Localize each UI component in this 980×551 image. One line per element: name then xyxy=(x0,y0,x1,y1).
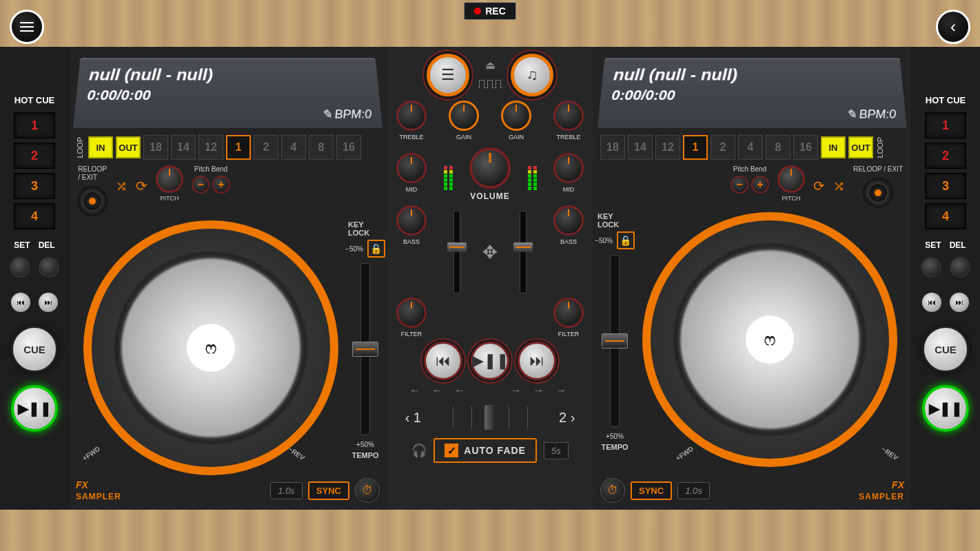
hotcue-1-r[interactable]: 1 xyxy=(925,112,966,138)
reloop-button-b[interactable] xyxy=(863,178,893,208)
hotcue-3[interactable]: 3 xyxy=(14,173,55,199)
cue-button-right[interactable]: CUE xyxy=(922,326,969,373)
eject-icon[interactable]: ⏏ xyxy=(485,59,496,72)
sync-button-a[interactable]: SYNC xyxy=(308,481,349,500)
auto-fade-toggle[interactable]: ✓AUTO FADE xyxy=(433,438,537,463)
mid-knob-b[interactable] xyxy=(553,153,584,183)
crossfader[interactable]: ‹ 1 2 › xyxy=(405,404,575,431)
treble-knob-b[interactable] xyxy=(553,101,584,131)
next-track-button[interactable]: ⏭ xyxy=(37,291,59,313)
sync-button-b[interactable]: SYNC xyxy=(631,481,672,500)
loop-in-button-b[interactable]: IN xyxy=(821,136,846,158)
pitch-plus-b[interactable]: + xyxy=(751,176,769,194)
record-button[interactable]: REC xyxy=(464,2,516,20)
right-hotcue-panel: HOT CUE 1 2 3 4 SETDEL ⏮⏭ CUE ▶❚❚ xyxy=(911,47,980,510)
reloop-button[interactable] xyxy=(77,186,108,216)
set-knob-r[interactable] xyxy=(921,257,941,278)
sync-time-a[interactable]: 1.0s xyxy=(270,482,303,499)
pitch-minus[interactable]: − xyxy=(192,176,210,194)
beat-4[interactable]: 4 xyxy=(281,135,306,160)
sampler-button-a[interactable]: SAMPLER xyxy=(76,492,121,501)
timer-icon[interactable]: ⏱ xyxy=(355,478,380,503)
deck-a-bpm: BPM:0 xyxy=(334,107,372,121)
pitch-knob-a[interactable] xyxy=(156,165,183,193)
mixer-panel: ☰ ⏏⎍⎍⎍ ♫ TREBLE GAIN GAIN TREBLE MID VOL… xyxy=(387,47,593,510)
beat-14-b[interactable]: 14 xyxy=(628,135,653,160)
bass-knob-b[interactable] xyxy=(553,205,584,236)
mixer-icon[interactable]: ⎍⎍⎍ xyxy=(478,76,502,92)
beat-16-b[interactable]: 16 xyxy=(793,135,818,160)
prev-track-button[interactable]: ⏮ xyxy=(10,291,32,313)
hotcue-4[interactable]: 4 xyxy=(14,203,55,229)
library-button[interactable]: ♫ xyxy=(511,54,553,96)
fx-button-a[interactable]: FX xyxy=(76,479,121,490)
lock-icon[interactable]: 🔒 xyxy=(367,240,385,258)
channel-fader-b[interactable] xyxy=(520,211,527,293)
playlist-button[interactable]: ☰ xyxy=(427,54,469,96)
edit-icon[interactable]: ✎ xyxy=(846,107,857,121)
play-pause-button-left[interactable]: ▶❚❚ xyxy=(11,385,58,432)
shuffle-icon-b[interactable]: ⤮ xyxy=(833,178,845,194)
menu-button[interactable] xyxy=(10,10,44,44)
hotcue-4-r[interactable]: 4 xyxy=(925,203,966,229)
beat-12-b[interactable]: 12 xyxy=(655,135,680,160)
shuffle-icon[interactable]: ⤮ xyxy=(116,178,127,194)
headphone-icon[interactable]: 🎧 xyxy=(411,443,427,458)
sampler-button-b[interactable]: SAMPLER xyxy=(859,492,904,501)
hotcue-3-r[interactable]: 3 xyxy=(925,173,966,199)
mixer-prev-button[interactable]: ⏮ xyxy=(424,342,462,380)
tempo-slider-a[interactable]: KEY LOCK −50%🔒 +50% TEMPO xyxy=(348,220,382,475)
beat-16[interactable]: 16 xyxy=(336,135,361,160)
set-knob[interactable] xyxy=(10,257,30,278)
beat-1-b[interactable]: 1 xyxy=(683,135,708,160)
pitch-plus[interactable]: + xyxy=(212,176,230,194)
hotcue-2[interactable]: 2 xyxy=(14,143,55,169)
loop-in-button[interactable]: IN xyxy=(88,136,113,158)
beat-8[interactable]: 8 xyxy=(309,135,334,160)
sync-time-b[interactable]: 1.0s xyxy=(677,482,710,499)
channel-fader-a[interactable] xyxy=(453,211,460,293)
treble-knob-a[interactable] xyxy=(396,101,427,131)
timer-icon-b[interactable]: ⏱ xyxy=(600,478,625,503)
loop-out-button[interactable]: OUT xyxy=(116,136,141,158)
mid-knob-a[interactable] xyxy=(396,153,427,183)
beat-2-b[interactable]: 2 xyxy=(711,135,735,160)
del-knob[interactable] xyxy=(39,257,59,278)
back-button[interactable]: ‹ xyxy=(936,10,970,44)
jog-wheel-b[interactable]: ෆ xyxy=(642,212,897,467)
beat-12[interactable]: 12 xyxy=(198,135,223,160)
loop-out-button-b[interactable]: OUT xyxy=(848,136,873,158)
beat-18[interactable]: 18 xyxy=(143,135,168,160)
beat-18-b[interactable]: 18 xyxy=(600,135,625,160)
beat-4-b[interactable]: 4 xyxy=(738,135,763,160)
tempo-slider-b[interactable]: KEY LOCK −50%🔒 +50% TEMPO xyxy=(598,212,632,475)
beat-8-b[interactable]: 8 xyxy=(766,135,790,160)
volume-knob[interactable] xyxy=(469,147,511,189)
pitch-minus-b[interactable]: − xyxy=(731,176,748,194)
del-knob-r[interactable] xyxy=(950,257,970,278)
jog-wheel-a[interactable]: ෆ xyxy=(83,220,338,475)
auto-fade-time[interactable]: 5s xyxy=(544,442,569,459)
hotcue-2-r[interactable]: 2 xyxy=(925,143,966,169)
filter-knob-a[interactable] xyxy=(396,298,427,328)
play-pause-button-right[interactable]: ▶❚❚ xyxy=(922,385,969,432)
bass-knob-a[interactable] xyxy=(396,205,427,236)
gain-knob-a[interactable] xyxy=(449,101,479,131)
repeat-icon[interactable]: ⟳ xyxy=(136,178,147,194)
next-track-button-r[interactable]: ⏭ xyxy=(948,291,970,313)
beat-14[interactable]: 14 xyxy=(171,135,196,160)
edit-icon[interactable]: ✎ xyxy=(321,107,332,121)
filter-knob-b[interactable] xyxy=(553,298,584,328)
gain-knob-b[interactable] xyxy=(501,101,531,131)
fx-button-b[interactable]: FX xyxy=(859,479,904,490)
pitch-knob-b[interactable] xyxy=(777,165,805,193)
prev-track-button-r[interactable]: ⏮ xyxy=(921,291,943,313)
beat-1[interactable]: 1 xyxy=(226,135,251,160)
repeat-icon-b[interactable]: ⟳ xyxy=(813,178,825,194)
cue-button-left[interactable]: CUE xyxy=(11,326,58,373)
mixer-play-button[interactable]: ▶❚❚ xyxy=(471,342,509,380)
hotcue-1[interactable]: 1 xyxy=(14,112,55,138)
mixer-next-button[interactable]: ⏭ xyxy=(518,342,556,380)
beat-2[interactable]: 2 xyxy=(254,135,278,160)
loop-label: LOOP xyxy=(76,137,84,158)
